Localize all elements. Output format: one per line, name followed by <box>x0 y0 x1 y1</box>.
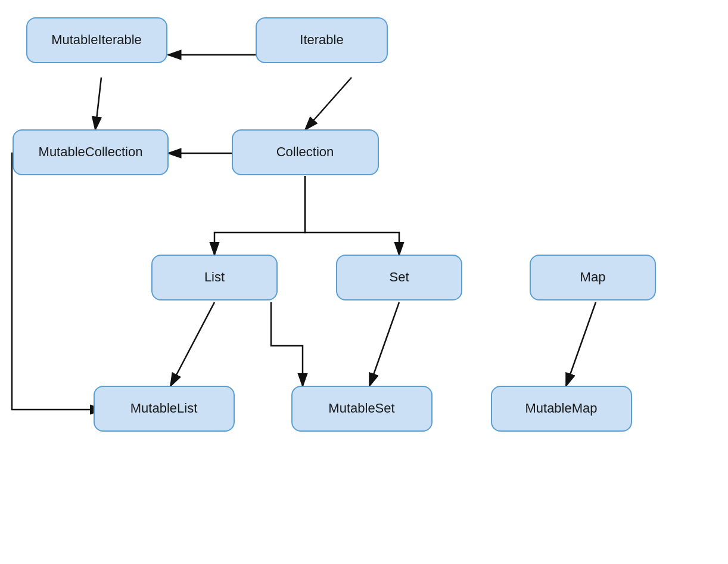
edge-collection-list <box>214 176 305 255</box>
mutableiterable-label: MutableIterable <box>51 32 142 47</box>
edge-list-mutableset <box>271 302 303 386</box>
collection-label: Collection <box>276 144 334 159</box>
edge-mutablecollection-mutablelist <box>12 153 103 410</box>
list-label: List <box>204 269 225 284</box>
edge-collection-set <box>305 176 399 255</box>
map-label: Map <box>580 269 606 284</box>
edge-map-mutablemap <box>566 302 596 386</box>
mutablelist-label: MutableList <box>130 401 198 416</box>
edge-mutableiterable-mutablecollection <box>95 78 101 130</box>
iterable-label: Iterable <box>300 32 343 47</box>
mutableset-label: MutableSet <box>328 401 394 416</box>
edge-iterable-collection <box>305 78 351 130</box>
edge-list-mutablelist <box>170 302 214 386</box>
set-label: Set <box>389 269 409 284</box>
mutablemap-label: MutableMap <box>525 401 597 416</box>
edge-set-mutableset <box>369 302 399 386</box>
mutablecollection-label: MutableCollection <box>39 144 143 159</box>
